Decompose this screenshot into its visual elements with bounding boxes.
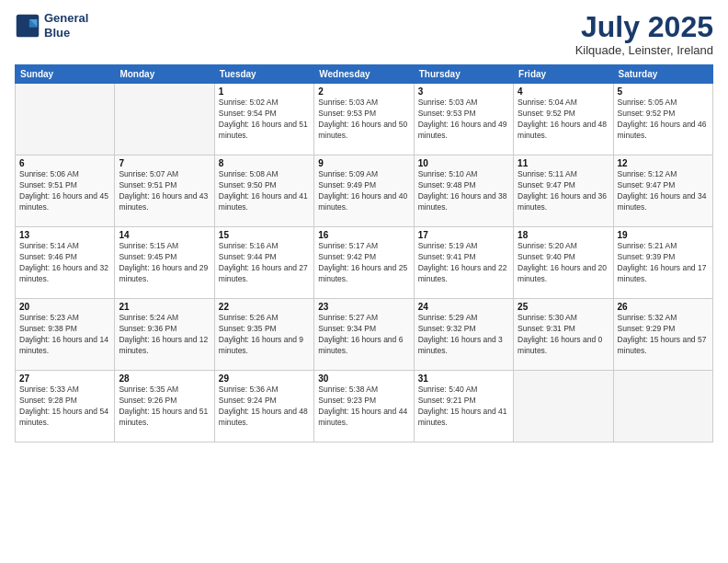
table-row: 9Sunrise: 5:09 AM Sunset: 9:49 PM Daylig…	[314, 155, 414, 227]
table-row: 29Sunrise: 5:36 AM Sunset: 9:24 PM Dayli…	[214, 371, 313, 442]
day-info: Sunrise: 5:35 AM Sunset: 9:26 PM Dayligh…	[119, 385, 210, 429]
day-info: Sunrise: 5:19 AM Sunset: 9:41 PM Dayligh…	[418, 241, 509, 285]
day-number: 9	[318, 158, 409, 168]
table-row: 5Sunrise: 5:05 AM Sunset: 9:52 PM Daylig…	[613, 84, 712, 155]
table-row: 31Sunrise: 5:40 AM Sunset: 9:21 PM Dayli…	[414, 371, 513, 442]
col-tuesday: Tuesday	[214, 65, 313, 84]
day-info: Sunrise: 5:23 AM Sunset: 9:38 PM Dayligh…	[19, 313, 110, 357]
calendar-week-row: 27Sunrise: 5:33 AM Sunset: 9:28 PM Dayli…	[16, 371, 713, 442]
calendar-week-row: 13Sunrise: 5:14 AM Sunset: 9:46 PM Dayli…	[16, 227, 713, 299]
day-number: 8	[219, 158, 310, 168]
table-row	[16, 84, 115, 155]
day-info: Sunrise: 5:21 AM Sunset: 9:39 PM Dayligh…	[618, 241, 709, 285]
day-info: Sunrise: 5:17 AM Sunset: 9:42 PM Dayligh…	[318, 241, 409, 285]
day-number: 17	[418, 230, 509, 240]
table-row: 4Sunrise: 5:04 AM Sunset: 9:52 PM Daylig…	[514, 84, 613, 155]
table-row: 19Sunrise: 5:21 AM Sunset: 9:39 PM Dayli…	[613, 227, 712, 299]
day-number: 27	[19, 373, 110, 384]
table-row: 7Sunrise: 5:07 AM Sunset: 9:51 PM Daylig…	[115, 155, 214, 227]
day-info: Sunrise: 5:20 AM Sunset: 9:40 PM Dayligh…	[518, 241, 609, 285]
day-number: 20	[19, 302, 110, 312]
page: General Blue July 2025 Kilquade, Leinste…	[0, 0, 728, 563]
day-number: 31	[418, 373, 509, 384]
calendar-week-row: 1Sunrise: 5:02 AM Sunset: 9:54 PM Daylig…	[16, 84, 713, 155]
day-info: Sunrise: 5:30 AM Sunset: 9:31 PM Dayligh…	[518, 313, 609, 357]
table-row: 30Sunrise: 5:38 AM Sunset: 9:23 PM Dayli…	[314, 371, 414, 442]
table-row: 27Sunrise: 5:33 AM Sunset: 9:28 PM Dayli…	[16, 371, 115, 442]
col-saturday: Saturday	[613, 65, 712, 84]
day-info: Sunrise: 5:15 AM Sunset: 9:45 PM Dayligh…	[119, 241, 210, 285]
day-info: Sunrise: 5:05 AM Sunset: 9:52 PM Dayligh…	[618, 98, 709, 142]
table-row: 13Sunrise: 5:14 AM Sunset: 9:46 PM Dayli…	[16, 227, 115, 299]
table-row	[115, 84, 214, 155]
day-info: Sunrise: 5:11 AM Sunset: 9:47 PM Dayligh…	[518, 169, 609, 213]
day-number: 4	[518, 86, 609, 97]
day-info: Sunrise: 5:09 AM Sunset: 9:49 PM Dayligh…	[318, 169, 409, 213]
day-info: Sunrise: 5:03 AM Sunset: 9:53 PM Dayligh…	[418, 98, 509, 142]
day-info: Sunrise: 5:38 AM Sunset: 9:23 PM Dayligh…	[318, 385, 409, 429]
col-wednesday: Wednesday	[314, 65, 414, 84]
day-info: Sunrise: 5:08 AM Sunset: 9:50 PM Dayligh…	[219, 169, 310, 213]
logo: General Blue	[15, 11, 88, 40]
day-number: 25	[518, 302, 609, 312]
day-info: Sunrise: 5:27 AM Sunset: 9:34 PM Dayligh…	[318, 313, 409, 357]
table-row: 28Sunrise: 5:35 AM Sunset: 9:26 PM Dayli…	[115, 371, 214, 442]
day-number: 22	[219, 302, 310, 312]
subtitle: Kilquade, Leinster, Ireland	[575, 43, 713, 57]
col-sunday: Sunday	[16, 65, 115, 84]
calendar-week-row: 20Sunrise: 5:23 AM Sunset: 9:38 PM Dayli…	[16, 299, 713, 371]
table-row	[613, 371, 712, 442]
day-number: 19	[618, 230, 709, 240]
day-info: Sunrise: 5:02 AM Sunset: 9:54 PM Dayligh…	[219, 98, 310, 142]
day-info: Sunrise: 5:24 AM Sunset: 9:36 PM Dayligh…	[119, 313, 210, 357]
day-number: 18	[518, 230, 609, 240]
day-number: 3	[418, 86, 509, 97]
table-row: 22Sunrise: 5:26 AM Sunset: 9:35 PM Dayli…	[214, 299, 313, 371]
col-monday: Monday	[115, 65, 214, 84]
day-number: 1	[219, 86, 310, 97]
day-info: Sunrise: 5:26 AM Sunset: 9:35 PM Dayligh…	[219, 313, 310, 357]
header: General Blue July 2025 Kilquade, Leinste…	[15, 11, 713, 57]
day-info: Sunrise: 5:07 AM Sunset: 9:51 PM Dayligh…	[119, 169, 210, 213]
day-info: Sunrise: 5:32 AM Sunset: 9:29 PM Dayligh…	[618, 313, 709, 357]
day-info: Sunrise: 5:12 AM Sunset: 9:47 PM Dayligh…	[618, 169, 709, 213]
table-row: 14Sunrise: 5:15 AM Sunset: 9:45 PM Dayli…	[115, 227, 214, 299]
day-info: Sunrise: 5:10 AM Sunset: 9:48 PM Dayligh…	[418, 169, 509, 213]
table-row: 12Sunrise: 5:12 AM Sunset: 9:47 PM Dayli…	[613, 155, 712, 227]
table-row: 11Sunrise: 5:11 AM Sunset: 9:47 PM Dayli…	[514, 155, 613, 227]
table-row: 15Sunrise: 5:16 AM Sunset: 9:44 PM Dayli…	[214, 227, 313, 299]
table-row: 10Sunrise: 5:10 AM Sunset: 9:48 PM Dayli…	[414, 155, 513, 227]
day-info: Sunrise: 5:14 AM Sunset: 9:46 PM Dayligh…	[19, 241, 110, 285]
logo-line2: Blue	[44, 26, 88, 40]
day-info: Sunrise: 5:04 AM Sunset: 9:52 PM Dayligh…	[518, 98, 609, 142]
logo-icon	[15, 13, 40, 39]
table-row: 1Sunrise: 5:02 AM Sunset: 9:54 PM Daylig…	[214, 84, 313, 155]
day-number: 29	[219, 373, 310, 384]
table-row: 17Sunrise: 5:19 AM Sunset: 9:41 PM Dayli…	[414, 227, 513, 299]
day-number: 2	[318, 86, 409, 97]
day-number: 11	[518, 158, 609, 168]
day-info: Sunrise: 5:03 AM Sunset: 9:53 PM Dayligh…	[318, 98, 409, 142]
table-row: 18Sunrise: 5:20 AM Sunset: 9:40 PM Dayli…	[514, 227, 613, 299]
table-row: 20Sunrise: 5:23 AM Sunset: 9:38 PM Dayli…	[16, 299, 115, 371]
logo-text: General Blue	[44, 11, 88, 40]
day-info: Sunrise: 5:29 AM Sunset: 9:32 PM Dayligh…	[418, 313, 509, 357]
day-number: 6	[19, 158, 110, 168]
table-row: 23Sunrise: 5:27 AM Sunset: 9:34 PM Dayli…	[314, 299, 414, 371]
day-number: 15	[219, 230, 310, 240]
day-info: Sunrise: 5:16 AM Sunset: 9:44 PM Dayligh…	[219, 241, 310, 285]
table-row: 24Sunrise: 5:29 AM Sunset: 9:32 PM Dayli…	[414, 299, 513, 371]
table-row: 26Sunrise: 5:32 AM Sunset: 9:29 PM Dayli…	[613, 299, 712, 371]
day-number: 12	[618, 158, 709, 168]
col-friday: Friday	[514, 65, 613, 84]
table-row	[514, 371, 613, 442]
day-info: Sunrise: 5:33 AM Sunset: 9:28 PM Dayligh…	[19, 385, 110, 429]
day-number: 23	[318, 302, 409, 312]
table-row: 8Sunrise: 5:08 AM Sunset: 9:50 PM Daylig…	[214, 155, 313, 227]
title-block: July 2025 Kilquade, Leinster, Ireland	[575, 11, 713, 57]
table-row: 3Sunrise: 5:03 AM Sunset: 9:53 PM Daylig…	[414, 84, 513, 155]
day-number: 24	[418, 302, 509, 312]
col-thursday: Thursday	[414, 65, 513, 84]
day-number: 30	[318, 373, 409, 384]
table-row: 25Sunrise: 5:30 AM Sunset: 9:31 PM Dayli…	[514, 299, 613, 371]
